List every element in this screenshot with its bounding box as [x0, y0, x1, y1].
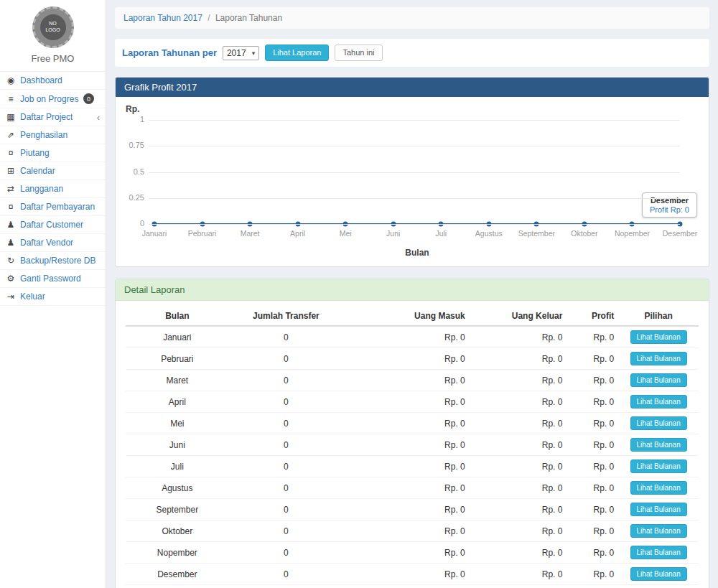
detail-panel: Detail Laporan Bulan Jumlah Transfer Uan… — [115, 279, 709, 588]
cell-jumlah-transfer: 0 — [229, 391, 344, 413]
lihat-bulanan-button[interactable]: Lihat Bulanan — [630, 416, 687, 430]
sidebar-item-calendar[interactable]: ⊞ Calendar — [0, 162, 106, 180]
cell-profit: Rp. 0 — [567, 391, 618, 413]
x-tick-label: Mei — [340, 229, 352, 238]
users-icon: ♟ — [6, 238, 16, 248]
x-tick-label: Juni — [386, 229, 400, 238]
sidebar-item-penghasilan[interactable]: ⇗ Penghasilan — [0, 126, 106, 144]
cell-jumlah-transfer: 0 — [229, 542, 344, 564]
sidebar-item-piutang[interactable]: ¤ Piutang — [0, 144, 106, 162]
column-header-profit: Profit — [567, 307, 618, 326]
logo-text: NO LOGO — [40, 14, 66, 40]
cell-profit: Rp. 0 — [567, 521, 618, 542]
table-row: Oktober 0 Rp. 0 Rp. 0 Rp. 0 Lihat Bulana… — [126, 521, 699, 542]
breadcrumb-separator: / — [208, 13, 210, 23]
cell-uang-masuk: Rp. 0 — [343, 348, 470, 370]
cell-profit: Rp. 0 — [567, 413, 618, 434]
lihat-bulanan-button[interactable]: Lihat Bulanan — [630, 524, 687, 538]
money-icon: ¤ — [6, 202, 16, 212]
sidebar-item-backup-restore-db[interactable]: ↻ Backup/Restore DB — [0, 252, 106, 270]
cell-profit: Rp. 0 — [567, 370, 618, 391]
cell-jumlah-transfer: 0 — [229, 413, 344, 434]
sidebar-item-keluar[interactable]: ⇥ Keluar — [0, 288, 106, 306]
column-header-pilihan: Pilihan — [618, 307, 699, 326]
lihat-bulanan-button[interactable]: Lihat Bulanan — [630, 459, 687, 473]
y-tick-label: 0.5 — [126, 167, 144, 176]
sidebar-item-daftar-project[interactable]: ▦ Daftar Project ‹ — [0, 108, 106, 126]
sidebar-item-label: Calendar — [20, 166, 55, 176]
table-row: Agustus 0 Rp. 0 Rp. 0 Rp. 0 Lihat Bulana… — [126, 477, 699, 499]
year-select[interactable]: 2017 ▾ — [223, 46, 259, 60]
cell-bulan: Nopember — [126, 542, 229, 564]
lihat-bulanan-button[interactable]: Lihat Bulanan — [630, 373, 687, 387]
sidebar-item-daftar-pembayaran[interactable]: ¤ Daftar Pembayaran — [0, 198, 106, 216]
line-chart-icon: ⇗ — [6, 130, 16, 140]
cell-uang-keluar: Rp. 0 — [470, 477, 567, 499]
sidebar-item-dashboard[interactable]: ◉ Dashboard — [0, 72, 106, 90]
cell-bulan: April — [126, 391, 229, 413]
sidebar-item-label: Daftar Customer — [20, 220, 83, 230]
x-tick-label: Pebruari — [188, 229, 217, 238]
year-select-value: 2017 — [227, 48, 246, 58]
table-row: April 0 Rp. 0 Rp. 0 Rp. 0 Lihat Bulanan — [126, 391, 699, 413]
gridline — [149, 224, 680, 225]
cell-jumlah-transfer: 0 — [229, 499, 344, 521]
x-tick-label: Oktober — [571, 229, 597, 238]
x-tick-label: Desember — [663, 229, 697, 238]
cell-pilihan: Lihat Bulanan — [618, 477, 699, 499]
cell-uang-keluar: Rp. 0 — [470, 456, 567, 477]
cell-uang-keluar: Rp. 0 — [470, 391, 567, 413]
sidebar-item-label: Piutang — [20, 148, 50, 158]
lihat-bulanan-button[interactable]: Lihat Bulanan — [630, 330, 687, 344]
lihat-laporan-button[interactable]: Lihat Laporan — [265, 45, 329, 61]
lock-icon: ⚙ — [6, 274, 16, 284]
sidebar-item-ganti-password[interactable]: ⚙ Ganti Password — [0, 270, 106, 288]
lihat-bulanan-button[interactable]: Lihat Bulanan — [630, 546, 687, 559]
cell-uang-masuk: Rp. 0 — [343, 477, 470, 499]
cell-uang-masuk: Rp. 0 — [343, 326, 470, 348]
table-row: Mei 0 Rp. 0 Rp. 0 Rp. 0 Lihat Bulanan — [126, 413, 699, 434]
tahun-ini-button[interactable]: Tahun ini — [335, 45, 382, 61]
cell-pilihan: Lihat Bulanan — [618, 326, 699, 348]
table-row: Juni 0 Rp. 0 Rp. 0 Rp. 0 Lihat Bulanan — [126, 434, 699, 456]
gridline — [149, 172, 680, 173]
breadcrumb: Laporan Tahun 2017 / Laporan Tahunan — [115, 7, 709, 29]
cell-bulan: September — [126, 499, 229, 521]
cell-pilihan: Lihat Bulanan — [618, 456, 699, 477]
cell-uang-keluar: Rp. 0 — [470, 413, 567, 434]
cell-pilihan: Lihat Bulanan — [618, 348, 699, 370]
cell-uang-keluar: Rp. 0 — [470, 434, 567, 456]
table-row: September 0 Rp. 0 Rp. 0 Rp. 0 Lihat Bula… — [126, 499, 699, 521]
lihat-bulanan-button[interactable]: Lihat Bulanan — [630, 567, 687, 581]
sidebar-item-job-on-progress[interactable]: ≡ Job on Progress 0 — [0, 90, 106, 108]
lihat-bulanan-button[interactable]: Lihat Bulanan — [630, 352, 687, 365]
cell-jumlah-transfer: 0 — [229, 564, 344, 585]
tooltip-value: Profit Rp: 0 — [650, 205, 689, 214]
lihat-bulanan-button[interactable]: Lihat Bulanan — [630, 438, 687, 452]
lihat-bulanan-button[interactable]: Lihat Bulanan — [630, 395, 687, 409]
lihat-bulanan-button[interactable]: Lihat Bulanan — [630, 481, 687, 495]
cell-pilihan: Lihat Bulanan — [618, 542, 699, 564]
sidebar-item-label: Daftar Project — [20, 112, 73, 122]
cell-uang-keluar: Rp. 0 — [470, 499, 567, 521]
cell-bulan: Juni — [126, 434, 229, 456]
cell-jumlah-transfer: 0 — [229, 326, 344, 348]
sidebar-item-daftar-customer[interactable]: ♟ Daftar Customer — [0, 216, 106, 234]
cell-profit: Rp. 0 — [567, 434, 618, 456]
cell-profit: Rp. 0 — [567, 326, 618, 348]
sidebar-item-label: Job on Progress — [20, 94, 79, 104]
table-row: Juli 0 Rp. 0 Rp. 0 Rp. 0 Lihat Bulanan — [126, 456, 699, 477]
filter-bar: Laporan Tahunan per 2017 ▾ Lihat Laporan… — [115, 39, 709, 67]
x-tick-label: Maret — [241, 229, 260, 238]
sidebar: NO LOGO Free PMO ◉ Dashboard ≡ Job on Pr… — [0, 0, 106, 588]
sidebar-item-daftar-vendor[interactable]: ♟ Daftar Vendor — [0, 234, 106, 252]
lihat-bulanan-button[interactable]: Lihat Bulanan — [630, 503, 687, 516]
cell-uang-masuk: Rp. 0 — [343, 434, 470, 456]
cell-pilihan: Lihat Bulanan — [618, 434, 699, 456]
breadcrumb-link[interactable]: Laporan Tahun 2017 — [123, 13, 202, 23]
breadcrumb-current: Laporan Tahunan — [215, 13, 282, 23]
sidebar-item-label: Daftar Pembayaran — [20, 202, 95, 212]
total-uang-keluar: Rp. 0 — [470, 585, 567, 588]
sidebar-item-langganan[interactable]: ⇄ Langganan — [0, 180, 106, 198]
cell-profit: Rp. 0 — [567, 477, 618, 499]
